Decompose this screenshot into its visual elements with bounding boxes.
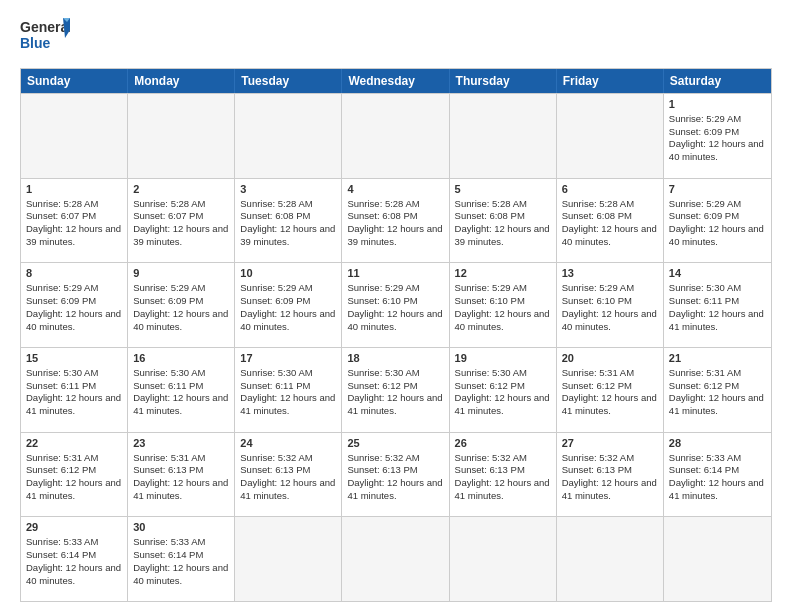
calendar-cell: 27 Sunrise: 5:32 AM Sunset: 6:13 PM Dayl… [557, 433, 664, 517]
day-number: 1 [26, 182, 122, 197]
calendar-cell: 1 Sunrise: 5:29 AM Sunset: 6:09 PM Dayli… [664, 94, 771, 178]
day-number: 20 [562, 351, 658, 366]
calendar-cell: 22 Sunrise: 5:31 AM Sunset: 6:12 PM Dayl… [21, 433, 128, 517]
calendar-cell [128, 94, 235, 178]
day-number: 19 [455, 351, 551, 366]
sunrise-label: Sunrise: 5:29 AM [240, 282, 312, 293]
sunset-label: Sunset: 6:07 PM [26, 210, 96, 221]
day-number: 25 [347, 436, 443, 451]
sunrise-label: Sunrise: 5:32 AM [240, 452, 312, 463]
sunset-label: Sunset: 6:14 PM [669, 464, 739, 475]
sunset-label: Sunset: 6:11 PM [26, 380, 96, 391]
sunrise-label: Sunrise: 5:30 AM [669, 282, 741, 293]
calendar-cell [450, 94, 557, 178]
sunset-label: Sunset: 6:10 PM [347, 295, 417, 306]
calendar-cell: 26 Sunrise: 5:32 AM Sunset: 6:13 PM Dayl… [450, 433, 557, 517]
sunset-label: Sunset: 6:13 PM [240, 464, 310, 475]
calendar-week-1: 1 Sunrise: 5:29 AM Sunset: 6:09 PM Dayli… [21, 93, 771, 178]
calendar-cell [664, 517, 771, 601]
sunrise-label: Sunrise: 5:30 AM [455, 367, 527, 378]
sunrise-label: Sunrise: 5:33 AM [26, 536, 98, 547]
daylight-label: Daylight: 12 hours and 41 minutes. [133, 392, 228, 416]
day-number: 23 [133, 436, 229, 451]
daylight-label: Daylight: 12 hours and 39 minutes. [26, 223, 121, 247]
day-header-saturday: Saturday [664, 69, 771, 93]
daylight-label: Daylight: 12 hours and 41 minutes. [133, 477, 228, 501]
daylight-label: Daylight: 12 hours and 40 minutes. [26, 562, 121, 586]
calendar-week-3: 8 Sunrise: 5:29 AM Sunset: 6:09 PM Dayli… [21, 262, 771, 347]
daylight-label: Daylight: 12 hours and 41 minutes. [240, 477, 335, 501]
sunrise-label: Sunrise: 5:29 AM [669, 113, 741, 124]
sunrise-label: Sunrise: 5:28 AM [133, 198, 205, 209]
calendar-cell: 6 Sunrise: 5:28 AM Sunset: 6:08 PM Dayli… [557, 179, 664, 263]
sunset-label: Sunset: 6:09 PM [669, 126, 739, 137]
day-number: 8 [26, 266, 122, 281]
day-number: 24 [240, 436, 336, 451]
sunrise-label: Sunrise: 5:29 AM [347, 282, 419, 293]
calendar-cell: 12 Sunrise: 5:29 AM Sunset: 6:10 PM Dayl… [450, 263, 557, 347]
sunset-label: Sunset: 6:11 PM [133, 380, 203, 391]
calendar-cell: 23 Sunrise: 5:31 AM Sunset: 6:13 PM Dayl… [128, 433, 235, 517]
sunset-label: Sunset: 6:12 PM [562, 380, 632, 391]
sunrise-label: Sunrise: 5:28 AM [562, 198, 634, 209]
sunrise-label: Sunrise: 5:32 AM [562, 452, 634, 463]
calendar-cell: 21 Sunrise: 5:31 AM Sunset: 6:12 PM Dayl… [664, 348, 771, 432]
day-number: 22 [26, 436, 122, 451]
day-number: 5 [455, 182, 551, 197]
calendar: SundayMondayTuesdayWednesdayThursdayFrid… [20, 68, 772, 602]
sunrise-label: Sunrise: 5:32 AM [347, 452, 419, 463]
daylight-label: Daylight: 12 hours and 41 minutes. [669, 392, 764, 416]
day-number: 9 [133, 266, 229, 281]
sunrise-label: Sunrise: 5:30 AM [240, 367, 312, 378]
sunrise-label: Sunrise: 5:33 AM [669, 452, 741, 463]
daylight-label: Daylight: 12 hours and 41 minutes. [347, 477, 442, 501]
calendar-week-6: 29 Sunrise: 5:33 AM Sunset: 6:14 PM Dayl… [21, 516, 771, 601]
sunrise-label: Sunrise: 5:31 AM [133, 452, 205, 463]
calendar-cell: 20 Sunrise: 5:31 AM Sunset: 6:12 PM Dayl… [557, 348, 664, 432]
sunrise-label: Sunrise: 5:28 AM [347, 198, 419, 209]
sunrise-label: Sunrise: 5:30 AM [133, 367, 205, 378]
svg-text:General: General [20, 19, 70, 35]
day-number: 13 [562, 266, 658, 281]
sunset-label: Sunset: 6:13 PM [133, 464, 203, 475]
day-number: 10 [240, 266, 336, 281]
sunset-label: Sunset: 6:10 PM [562, 295, 632, 306]
calendar-cell: 2 Sunrise: 5:28 AM Sunset: 6:07 PM Dayli… [128, 179, 235, 263]
daylight-label: Daylight: 12 hours and 41 minutes. [455, 477, 550, 501]
sunrise-label: Sunrise: 5:29 AM [26, 282, 98, 293]
calendar-cell: 8 Sunrise: 5:29 AM Sunset: 6:09 PM Dayli… [21, 263, 128, 347]
sunrise-label: Sunrise: 5:31 AM [669, 367, 741, 378]
sunrise-label: Sunrise: 5:30 AM [26, 367, 98, 378]
calendar-cell: 7 Sunrise: 5:29 AM Sunset: 6:09 PM Dayli… [664, 179, 771, 263]
calendar-cell: 5 Sunrise: 5:28 AM Sunset: 6:08 PM Dayli… [450, 179, 557, 263]
day-number: 7 [669, 182, 766, 197]
daylight-label: Daylight: 12 hours and 39 minutes. [455, 223, 550, 247]
calendar-cell: 9 Sunrise: 5:29 AM Sunset: 6:09 PM Dayli… [128, 263, 235, 347]
day-number: 18 [347, 351, 443, 366]
sunset-label: Sunset: 6:12 PM [347, 380, 417, 391]
daylight-label: Daylight: 12 hours and 41 minutes. [26, 477, 121, 501]
daylight-label: Daylight: 12 hours and 39 minutes. [347, 223, 442, 247]
calendar-cell: 13 Sunrise: 5:29 AM Sunset: 6:10 PM Dayl… [557, 263, 664, 347]
calendar-cell [557, 517, 664, 601]
daylight-label: Daylight: 12 hours and 41 minutes. [562, 392, 657, 416]
calendar-body: 1 Sunrise: 5:29 AM Sunset: 6:09 PM Dayli… [21, 93, 771, 601]
calendar-cell: 24 Sunrise: 5:32 AM Sunset: 6:13 PM Dayl… [235, 433, 342, 517]
day-number: 4 [347, 182, 443, 197]
sunset-label: Sunset: 6:09 PM [669, 210, 739, 221]
day-header-friday: Friday [557, 69, 664, 93]
day-number: 12 [455, 266, 551, 281]
daylight-label: Daylight: 12 hours and 40 minutes. [455, 308, 550, 332]
calendar-cell [342, 517, 449, 601]
calendar-cell [342, 94, 449, 178]
calendar-cell: 10 Sunrise: 5:29 AM Sunset: 6:09 PM Dayl… [235, 263, 342, 347]
calendar-cell [235, 94, 342, 178]
day-number: 21 [669, 351, 766, 366]
daylight-label: Daylight: 12 hours and 41 minutes. [669, 308, 764, 332]
day-number: 28 [669, 436, 766, 451]
calendar-cell: 30 Sunrise: 5:33 AM Sunset: 6:14 PM Dayl… [128, 517, 235, 601]
day-header-wednesday: Wednesday [342, 69, 449, 93]
calendar-cell: 19 Sunrise: 5:30 AM Sunset: 6:12 PM Dayl… [450, 348, 557, 432]
logo: General Blue [20, 16, 70, 60]
day-number: 2 [133, 182, 229, 197]
